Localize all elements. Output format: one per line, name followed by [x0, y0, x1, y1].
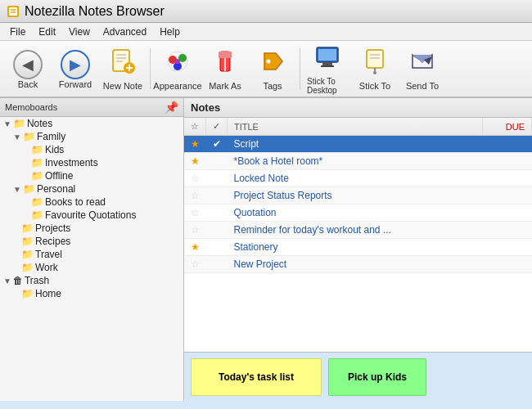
table-row[interactable]: ☆ Quotation [184, 204, 532, 222]
sidebar-item-offline[interactable]: ▶ 📁 Offline [0, 169, 183, 182]
mark-as-button[interactable]: Mark As [202, 43, 248, 94]
sidebar-item-family[interactable]: ▼ 📁 Family [0, 130, 183, 143]
stick-to-label: Stick To [359, 81, 390, 91]
sidebar-item-notes[interactable]: ▼ 📁 Notes [0, 117, 183, 130]
memoboards-header: Memoboards 📌 [0, 98, 183, 117]
folder-icon: 📁 [23, 131, 35, 142]
table-row[interactable]: ☆ Reminder for today's workout and ... [184, 222, 532, 239]
sidebar-item-projects[interactable]: ▶ 📁 Projects [0, 222, 183, 235]
sidebar-item-home[interactable]: ▶ 📁 Home [0, 287, 183, 300]
notes-panel: Notes ☆ ✓ TITLE DUE ★ ✔ Scr [184, 98, 532, 401]
send-to-button[interactable]: Send To [399, 43, 445, 94]
sidebar-item-recipes[interactable]: ▶ 📁 Recipes [0, 235, 183, 248]
expand-icon: ▼ [3, 119, 11, 128]
table-row[interactable]: ★ *Book a Hotel room* [184, 153, 532, 170]
star-cell[interactable]: ☆ [184, 204, 206, 222]
bottom-sticky-notes: Today's task list Pick up Kids [184, 352, 532, 401]
sidebar-item-quotations[interactable]: ▶ 📁 Favourite Quotations [0, 209, 183, 222]
note-due [482, 222, 531, 239]
svg-rect-23 [321, 65, 334, 67]
sticky-note-task-list[interactable]: Today's task list [191, 358, 322, 396]
note-title[interactable]: Reminder for today's workout and ... [228, 222, 483, 239]
app-icon [7, 5, 20, 18]
mark-as-icon [212, 48, 238, 79]
folder-icon: 📁 [21, 222, 34, 234]
table-row[interactable]: ★ Stationery [184, 239, 532, 256]
check-cell[interactable] [206, 187, 228, 204]
table-row[interactable]: ☆ Locked Note [184, 170, 532, 187]
sidebar-item-trash[interactable]: ▼ 🗑 Trash [0, 274, 183, 287]
stick-to-desktop-button[interactable]: Stick To Desktop [304, 43, 350, 94]
star-cell[interactable]: ★ [184, 239, 206, 256]
note-due [482, 153, 531, 170]
menu-edit[interactable]: Edit [32, 25, 62, 39]
sticky-note-kids[interactable]: Pick up Kids [328, 358, 426, 396]
note-due [482, 170, 531, 187]
star-cell[interactable]: ☆ [184, 256, 206, 273]
sidebar-item-investments[interactable]: ▶ 📁 Investments [0, 156, 183, 169]
sidebar-item-personal[interactable]: ▼ 📁 Personal [0, 182, 183, 196]
mark-as-label: Mark As [209, 81, 241, 91]
svg-rect-17 [219, 52, 232, 58]
tags-icon [259, 48, 286, 79]
star-filled-icon: ★ [191, 138, 200, 150]
appearance-label: Appearance [153, 81, 201, 91]
check-cell[interactable] [206, 256, 228, 273]
note-title[interactable]: Script [228, 136, 483, 153]
note-due [482, 256, 531, 273]
note-title[interactable]: Stationery [228, 239, 483, 256]
menu-file[interactable]: File [3, 25, 32, 39]
note-title[interactable]: Quotation [228, 204, 483, 222]
sticky-note-label: Today's task list [219, 371, 294, 383]
star-cell[interactable]: ★ [184, 136, 206, 153]
titlebar-title: Notezilla Notes Browser [25, 4, 165, 19]
table-row[interactable]: ☆ Project Status Reports [184, 187, 532, 204]
table-row[interactable]: ★ ✔ Script [184, 136, 532, 153]
star-cell[interactable]: ☆ [184, 222, 206, 239]
star-cell[interactable]: ★ [184, 153, 206, 170]
note-title[interactable]: Project Status Reports [228, 187, 483, 204]
notes-panel-header: Notes [184, 98, 532, 118]
check-cell[interactable] [206, 222, 228, 239]
tags-button[interactable]: Tags [250, 43, 295, 94]
sidebar-item-work[interactable]: ▶ 📁 Work [0, 261, 183, 274]
note-title[interactable]: *Book a Hotel room* [228, 153, 483, 170]
sidebar-item-kids[interactable]: ▶ 📁 Kids [0, 143, 183, 156]
new-note-icon [110, 48, 136, 79]
main-area: Memoboards 📌 ▼ 📁 Notes ▼ 📁 Family ▶ 📁 Ki… [0, 98, 532, 401]
send-to-label: Send To [406, 81, 439, 91]
check-cell[interactable] [206, 170, 228, 187]
star-cell[interactable]: ☆ [184, 187, 206, 204]
note-title[interactable]: Locked Note [228, 170, 483, 187]
sidebar-item-books[interactable]: ▶ 📁 Books to read [0, 196, 183, 209]
star-cell[interactable]: ☆ [184, 170, 206, 187]
expand-icon: ▼ [13, 185, 21, 194]
trash-icon: 🗑 [13, 275, 23, 286]
sidebar-item-travel[interactable]: ▶ 📁 Travel [0, 248, 183, 261]
sidebar: Memoboards 📌 ▼ 📁 Notes ▼ 📁 Family ▶ 📁 Ki… [0, 98, 184, 401]
check-cell[interactable] [206, 153, 228, 170]
folder-icon: 📁 [21, 288, 34, 299]
sidebar-item-label: Kids [45, 144, 64, 155]
new-note-button[interactable]: New Note [100, 43, 146, 94]
menu-help[interactable]: Help [153, 25, 187, 39]
toolbar-separator-2 [300, 48, 300, 89]
sidebar-item-label: Projects [35, 222, 70, 234]
notes-header-label: Notes [191, 101, 220, 114]
table-row[interactable]: ☆ New Project [184, 256, 532, 273]
back-button[interactable]: ◀ Back [5, 43, 51, 94]
check-cell[interactable] [206, 239, 228, 256]
notes-table[interactable]: ☆ ✓ TITLE DUE ★ ✔ Script ★ [184, 118, 532, 352]
check-cell[interactable] [206, 204, 228, 222]
svg-rect-21 [318, 49, 336, 61]
check-cell[interactable]: ✔ [206, 136, 228, 153]
col-check: ✓ [206, 118, 228, 136]
svg-rect-22 [322, 62, 332, 65]
star-empty-icon: ☆ [191, 173, 200, 184]
menu-advanced[interactable]: Advanced [97, 25, 153, 39]
menu-view[interactable]: View [62, 25, 97, 39]
note-title[interactable]: New Project [228, 256, 483, 273]
appearance-button[interactable]: Appearance [155, 43, 201, 94]
forward-button[interactable]: ▶ Forward [52, 43, 98, 94]
stick-to-button[interactable]: Stick To [352, 43, 398, 94]
